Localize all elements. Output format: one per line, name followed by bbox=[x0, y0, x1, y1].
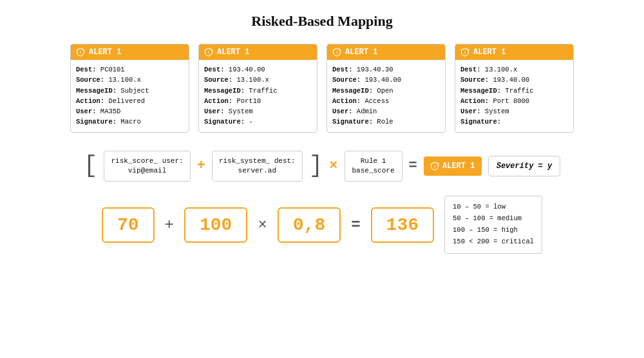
formula-box-risk-user: risk_score_ user: vip@email bbox=[104, 151, 190, 182]
alert-header-2: ! ALERT 1 bbox=[199, 44, 317, 60]
severity-legend: 10 – 50 = low 50 – 100 = medium 100 – 15… bbox=[444, 196, 542, 253]
numbers-row: 70 + 100 × 0,8 = 136 10 – 50 = low 50 – … bbox=[26, 196, 618, 253]
formula-row: [ risk_score_ user: vip@email + risk_sys… bbox=[26, 151, 618, 182]
number-equals: = bbox=[351, 216, 360, 234]
svg-text:!: ! bbox=[336, 50, 338, 55]
number-100: 100 bbox=[184, 207, 247, 243]
shield-icon-formula: ! bbox=[430, 162, 439, 171]
alert-card-2: ! ALERT 1 Dest: 193.40.00 Source: 13.100… bbox=[198, 44, 317, 133]
alert-card-1: ! ALERT 1 Dest: PC0101 Source: 13.100.x … bbox=[70, 44, 189, 133]
formula-op-1: + bbox=[197, 158, 205, 174]
number-70: 70 bbox=[102, 207, 155, 243]
svg-text:!: ! bbox=[79, 50, 82, 55]
alert-header-4: ! ALERT 1 bbox=[455, 44, 573, 60]
alert-header-3: ! ALERT 1 bbox=[327, 44, 445, 60]
open-bracket: [ bbox=[84, 155, 98, 178]
number-08: 0,8 bbox=[278, 207, 341, 243]
number-op-1: + bbox=[165, 216, 174, 234]
alerts-row: ! ALERT 1 Dest: PC0101 Source: 13.100.x … bbox=[26, 44, 618, 133]
alert-header-1: ! ALERT 1 bbox=[71, 44, 189, 60]
alert-body-4: Dest: 13.100.x Source: 193.40.00 Message… bbox=[455, 60, 573, 132]
svg-text:!: ! bbox=[433, 164, 436, 169]
number-result: 136 bbox=[371, 207, 434, 243]
alert-body-3: Dest: 193.40.30 Source: 193.40.00 Messag… bbox=[327, 60, 445, 132]
alert-card-3: ! ALERT 1 Dest: 193.40.30 Source: 193.40… bbox=[327, 44, 446, 133]
shield-icon-1: ! bbox=[76, 48, 85, 57]
formula-alert-result: ! ALERT 1 bbox=[424, 156, 482, 176]
close-bracket: ] bbox=[309, 155, 323, 178]
alert-card-4: ! ALERT 1 Dest: 13.100.x Source: 193.40.… bbox=[455, 44, 574, 133]
svg-text:!: ! bbox=[207, 50, 210, 55]
alert-body-1: Dest: PC0101 Source: 13.100.x MessageID:… bbox=[71, 60, 189, 132]
formula-box-risk-system: risk_system_ dest: server.ad bbox=[212, 151, 303, 182]
shield-icon-3: ! bbox=[332, 48, 341, 57]
page-title: Risked-Based Mapping bbox=[26, 13, 618, 30]
formula-op-2: × bbox=[329, 158, 337, 174]
page: Risked-Based Mapping ! ALERT 1 Dest: PC0… bbox=[0, 0, 644, 358]
formula-equals: = bbox=[409, 158, 417, 174]
svg-text:!: ! bbox=[464, 50, 466, 55]
severity-label: Severity = y bbox=[488, 156, 560, 176]
formula-box-base-score: Rule 1 base_score bbox=[345, 151, 402, 182]
alert-body-2: Dest: 193.40.00 Source: 13.100.x Message… bbox=[199, 60, 317, 132]
shield-icon-4: ! bbox=[460, 48, 469, 57]
number-op-2: × bbox=[258, 216, 267, 234]
shield-icon-2: ! bbox=[204, 48, 213, 57]
